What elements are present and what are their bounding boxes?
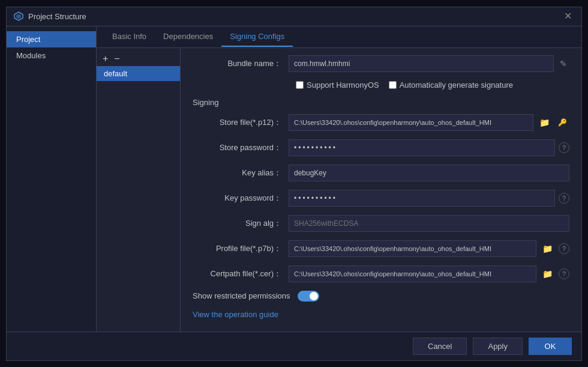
bundle-name-row: Bundle name： ✎ — [193, 55, 569, 72]
certpath-file-label: Certpath file(*.cer)： — [193, 268, 289, 279]
profile-file-label: Profile file(*.p7b)： — [193, 243, 289, 254]
store-file-row: Store file(*.p12)： 📁 🔑 — [193, 114, 569, 131]
show-restricted-row: Show restricted permissions — [193, 291, 569, 302]
store-password-label: Store password： — [193, 142, 289, 153]
app-logo-icon — [14, 11, 23, 21]
tab-signing-configs[interactable]: Signing Configs — [221, 27, 293, 47]
key-password-help-button[interactable]: ? — [559, 193, 569, 204]
remove-config-button[interactable]: − — [113, 54, 121, 64]
key-alias-row: Key alias： — [193, 165, 569, 181]
store-file-folder-button[interactable]: 📁 — [537, 117, 552, 129]
view-guide-link[interactable]: View the operation guide — [193, 310, 278, 319]
store-file-input-group: 📁 🔑 — [289, 114, 569, 131]
tab-basic-info[interactable]: Basic Info — [104, 27, 155, 47]
cancel-button[interactable]: Cancel — [413, 338, 467, 355]
certpath-file-folder-button[interactable]: 📁 — [540, 268, 555, 280]
profile-file-help-button[interactable]: ? — [559, 243, 569, 254]
tab-dependencies[interactable]: Dependencies — [155, 27, 221, 47]
checkboxes-row: Support HarmonyOS Automatically generate… — [296, 80, 569, 89]
ok-button[interactable]: OK — [529, 338, 572, 355]
sidebar-item-project[interactable]: Project — [7, 31, 96, 47]
profile-file-folder-button[interactable]: 📁 — [540, 243, 555, 255]
store-file-input[interactable] — [289, 114, 533, 131]
auto-signature-label: Automatically generate signature — [389, 80, 513, 89]
dialog-title: Project Structure — [28, 12, 86, 21]
auto-signature-checkbox[interactable] — [389, 81, 397, 89]
view-guide-row: View the operation guide — [193, 310, 569, 319]
bundle-name-input-group: ✎ — [289, 55, 569, 72]
tabs-bar: Basic Info Dependencies Signing Configs — [97, 26, 581, 48]
close-button[interactable]: ✕ — [562, 10, 574, 22]
bundle-name-edit-button[interactable]: ✎ — [557, 58, 569, 70]
key-password-input-group: ? — [289, 190, 569, 207]
support-harmonyos-label: Support HarmonyOS — [296, 80, 379, 89]
config-toolbar: + − — [97, 52, 180, 66]
signing-section: Signing — [193, 98, 569, 107]
certpath-file-input[interactable] — [289, 265, 536, 282]
store-password-help-button[interactable]: ? — [559, 142, 569, 153]
config-panel: + − default Bundle name： — [97, 48, 581, 332]
sign-alg-row: Sign alg： — [193, 215, 569, 232]
svg-marker-1 — [16, 14, 21, 19]
project-structure-dialog: Project Structure ✕ Project Modules — [6, 7, 582, 361]
title-bar: Project Structure ✕ — [7, 7, 581, 26]
key-alias-label: Key alias： — [193, 168, 289, 178]
form-area: Bundle name： ✎ Support HarmonyOS — [181, 48, 581, 332]
main-content: Project Modules Basic Info Dependencies — [7, 26, 581, 332]
key-password-input[interactable] — [289, 190, 555, 207]
sign-alg-label: Sign alg： — [193, 218, 289, 229]
config-item-default[interactable]: default — [97, 66, 180, 81]
certpath-file-help-button[interactable]: ? — [559, 268, 569, 279]
sidebar-item-modules[interactable]: Modules — [7, 47, 96, 64]
profile-file-row: Profile file(*.p7b)： 📁 ? — [193, 240, 569, 257]
config-list: + − default — [97, 48, 181, 332]
show-restricted-label: Show restricted permissions — [193, 291, 290, 300]
right-panel: Basic Info Dependencies Signing Configs … — [97, 26, 581, 332]
profile-file-input-group: 📁 ? — [289, 240, 569, 257]
store-password-input[interactable] — [289, 139, 555, 156]
profile-file-input[interactable] — [289, 240, 536, 257]
add-config-button[interactable]: + — [101, 54, 109, 64]
show-restricted-toggle[interactable] — [298, 291, 319, 302]
store-file-key-button[interactable]: 🔑 — [556, 117, 569, 128]
key-password-row: Key password： ? — [193, 190, 569, 207]
key-alias-input[interactable] — [289, 165, 569, 181]
certpath-file-row: Certpath file(*.cer)： 📁 ? — [193, 265, 569, 282]
store-file-label: Store file(*.p12)： — [193, 117, 289, 128]
bundle-name-input[interactable] — [289, 55, 554, 72]
certpath-file-input-group: 📁 ? — [289, 265, 569, 282]
sidebar: Project Modules — [7, 26, 97, 332]
bundle-name-label: Bundle name： — [193, 58, 289, 69]
key-password-label: Key password： — [193, 193, 289, 204]
apply-button[interactable]: Apply — [473, 338, 523, 355]
footer: Cancel Apply OK — [7, 332, 581, 360]
store-password-row: Store password： ? — [193, 139, 569, 156]
dialog-overlay: Project Structure ✕ Project Modules — [0, 0, 588, 367]
store-password-input-group: ? — [289, 139, 569, 156]
sign-alg-input[interactable] — [289, 215, 569, 232]
support-harmonyos-checkbox[interactable] — [296, 81, 304, 89]
